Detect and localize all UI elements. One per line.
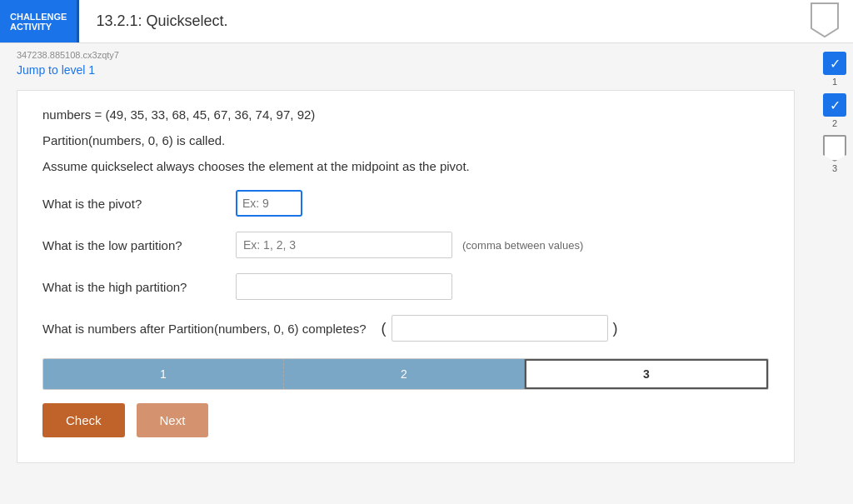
q1-label: What is the pivot? <box>42 197 226 211</box>
sidebar-item-2[interactable]: ✓ 2 <box>823 93 846 128</box>
level-1-num: 1 <box>832 77 837 87</box>
level-sidebar: ✓ 1 ✓ 2 3 <box>816 43 853 173</box>
q4-label: What is numbers after Partition(numbers,… <box>42 322 367 336</box>
question-2-row: What is the low partition? (comma betwee… <box>42 232 769 258</box>
progress-segment-3[interactable]: 3 <box>525 359 768 389</box>
progress-bar: 1 2 3 <box>42 358 769 390</box>
pivot-input[interactable] <box>236 190 302 217</box>
high-partition-input[interactable] <box>236 273 452 300</box>
app-header: CHALLENGE ACTIVITY 13.2.1: Quickselect. <box>0 0 853 43</box>
level-2-num: 2 <box>832 118 837 128</box>
level-3-num: 3 <box>832 163 837 173</box>
content-section: numbers = (49, 35, 33, 68, 45, 67, 36, 7… <box>17 90 795 463</box>
action-buttons: Check Next <box>42 403 769 437</box>
page-title: 13.2.1: Quickselect. <box>79 12 810 30</box>
partition-call: Partition(numbers, 0, 6) is called. <box>42 133 769 147</box>
check-button[interactable]: Check <box>42 403 125 437</box>
next-button[interactable]: Next <box>137 403 209 437</box>
sidebar-item-3[interactable]: 3 <box>823 135 846 173</box>
open-paren: ( <box>382 320 387 337</box>
question-1-row: What is the pivot? <box>42 190 769 217</box>
challenge-activity-label: CHALLENGE ACTIVITY <box>0 0 79 42</box>
numbers-display: numbers = (49, 35, 33, 68, 45, 67, 36, 7… <box>42 107 769 122</box>
q2-label: What is the low partition? <box>42 238 226 252</box>
q2-hint: (comma between values) <box>462 239 583 252</box>
numbers-after-input[interactable] <box>392 315 608 342</box>
assume-statement: Assume quickselect always chooses the el… <box>42 159 769 173</box>
q4-input-group: ( ) <box>382 315 618 342</box>
question-3-row: What is the high partition? <box>42 273 769 300</box>
sidebar-item-1[interactable]: ✓ 1 <box>823 52 846 87</box>
progress-segment-1[interactable]: 1 <box>43 359 284 389</box>
level-1-check[interactable]: ✓ <box>823 52 846 75</box>
jump-to-level-link[interactable]: Jump to level 1 <box>17 63 95 77</box>
low-partition-input[interactable] <box>236 232 452 258</box>
shield-icon <box>810 2 840 38</box>
progress-segment-2[interactable]: 2 <box>284 359 525 389</box>
q3-label: What is the high partition? <box>42 280 226 294</box>
question-4-row: What is numbers after Partition(numbers,… <box>42 315 769 342</box>
close-paren: ) <box>613 320 618 337</box>
level-3-badge[interactable] <box>823 135 846 162</box>
level-2-check[interactable]: ✓ <box>823 93 846 117</box>
main-content: 347238.885108.cx3zqty7 Jump to level 1 n… <box>0 43 811 480</box>
user-id: 347238.885108.cx3zqty7 <box>17 43 795 63</box>
